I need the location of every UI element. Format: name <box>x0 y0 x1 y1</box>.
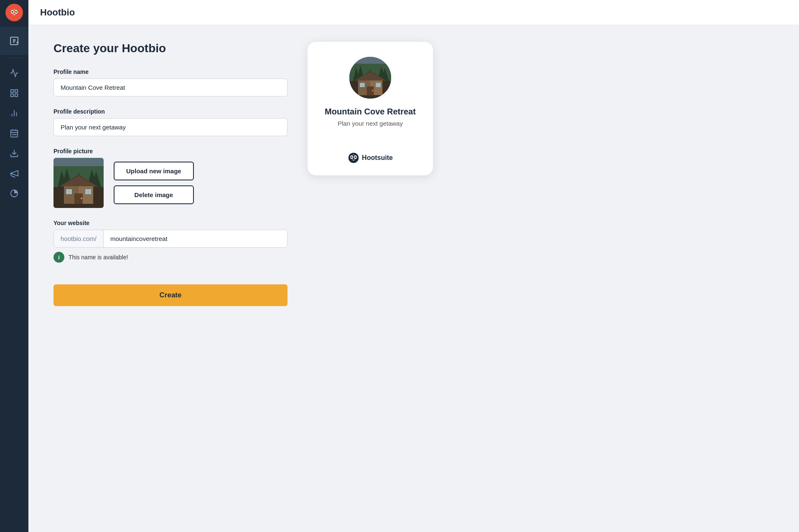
svg-rect-11 <box>11 94 13 96</box>
sidebar-item-import[interactable] <box>5 144 23 162</box>
website-suffix-input[interactable] <box>104 230 287 247</box>
owl-icon <box>5 4 23 21</box>
profile-name-input[interactable] <box>53 79 288 96</box>
preview-description: Plan your next getaway <box>338 120 403 127</box>
profile-picture-label: Profile picture <box>53 148 288 155</box>
svg-point-68 <box>351 156 353 158</box>
profile-description-group: Profile description <box>53 108 288 136</box>
preview-avatar <box>349 57 391 99</box>
preview-card: Mountain Cove Retreat Plan your next get… <box>308 42 433 175</box>
svg-rect-21 <box>14 134 15 135</box>
delete-image-button[interactable]: Delete image <box>114 185 194 204</box>
svg-point-3 <box>12 11 13 13</box>
topbar: Hootbio <box>28 0 799 25</box>
available-row: i This name is available! <box>53 252 288 263</box>
profile-description-input[interactable] <box>53 118 288 136</box>
profile-description-label: Profile description <box>53 108 288 115</box>
svg-rect-20 <box>12 134 13 135</box>
available-icon: i <box>53 252 64 263</box>
website-input-row: hootbio.com/ <box>53 230 288 248</box>
hootsuite-logo: Hootsuite <box>348 152 393 164</box>
svg-rect-10 <box>15 90 18 92</box>
svg-point-69 <box>355 156 356 158</box>
svg-point-0 <box>8 7 20 18</box>
svg-rect-9 <box>11 90 13 92</box>
profile-picture-group: Profile picture <box>53 148 288 208</box>
available-message: This name is available! <box>69 254 128 261</box>
profile-name-group: Profile name <box>53 68 288 96</box>
sidebar-item-chart[interactable] <box>5 184 23 203</box>
create-button[interactable]: Create <box>53 284 288 306</box>
app-logo[interactable] <box>0 0 28 25</box>
website-prefix: hootbio.com/ <box>54 230 104 247</box>
svg-point-58 <box>372 90 373 91</box>
profile-thumbnail <box>53 158 104 208</box>
main-content: Hootbio Create your Hootbio Profile name… <box>28 0 799 532</box>
sidebar-nav <box>5 61 23 532</box>
profile-name-label: Profile name <box>53 68 288 75</box>
preview-name: Mountain Cove Retreat <box>325 107 416 117</box>
website-group: Your website hootbio.com/ i This name is… <box>53 220 288 263</box>
sidebar-item-dashboard[interactable] <box>5 84 23 102</box>
svg-rect-12 <box>15 94 18 96</box>
sidebar-divider <box>7 58 22 58</box>
content-area: Create your Hootbio Profile name Profile… <box>28 25 799 532</box>
app-title: Hootbio <box>40 7 75 18</box>
sidebar <box>0 0 28 532</box>
svg-point-4 <box>15 11 17 13</box>
sidebar-item-stats[interactable] <box>5 104 23 122</box>
svg-rect-22 <box>15 134 17 135</box>
svg-point-38 <box>81 198 82 199</box>
svg-rect-16 <box>11 130 18 137</box>
preview-footer: Hootsuite <box>348 152 393 164</box>
sidebar-item-analytics[interactable] <box>5 64 23 82</box>
hootsuite-brand-name: Hootsuite <box>362 154 393 162</box>
sidebar-item-calendar[interactable] <box>5 124 23 142</box>
compose-button[interactable] <box>0 27 28 55</box>
website-label: Your website <box>53 220 288 226</box>
image-buttons: Upload new image Delete image <box>114 162 194 204</box>
form-panel: Create your Hootbio Profile name Profile… <box>53 42 288 515</box>
sidebar-item-megaphone[interactable] <box>5 164 23 182</box>
upload-image-button[interactable]: Upload new image <box>114 162 194 180</box>
form-title: Create your Hootbio <box>53 42 288 55</box>
profile-picture-row: Upload new image Delete image <box>53 158 288 208</box>
